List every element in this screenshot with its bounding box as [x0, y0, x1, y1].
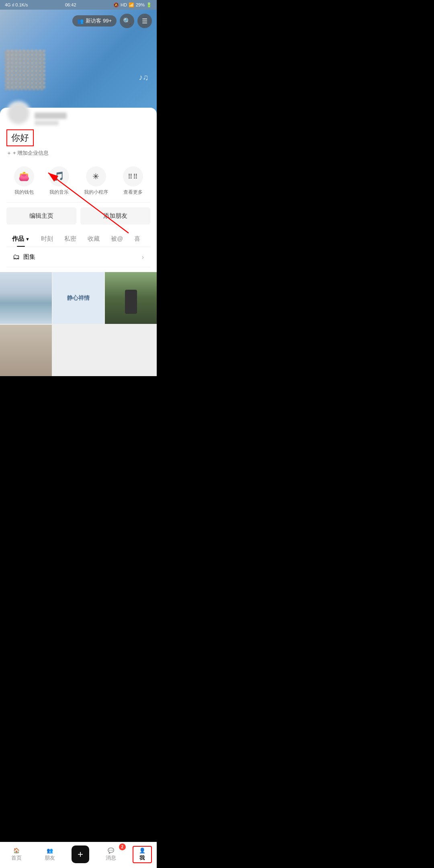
tab-favorites-label: 收藏	[88, 235, 100, 243]
profile-avatar-small	[6, 101, 31, 125]
tab-mentioned[interactable]: 被@	[105, 231, 129, 247]
menu-button[interactable]: ☰	[137, 14, 152, 28]
tab-liked-label: 喜	[134, 235, 140, 243]
battery-icon: 🔋	[146, 2, 152, 8]
status-bar: 4G ıl 0.1K/s 06:42 🔕 HD 📶 29% 🔋	[0, 0, 157, 10]
grid-text-content: 静心祥情	[67, 293, 90, 302]
add-icon: ＋	[6, 149, 12, 157]
add-company-link[interactable]: ＋ + 增加企业信息	[6, 149, 150, 157]
more-label: 查看更多	[123, 189, 143, 196]
tab-favorites[interactable]: 收藏	[82, 231, 105, 247]
menu-icon: ☰	[142, 17, 147, 25]
content-tabs: 作品 ▼ 时刻 私密 收藏 被@ 喜	[6, 231, 150, 247]
grid-item-3[interactable]	[105, 272, 157, 324]
tab-moments[interactable]: 时刻	[35, 231, 59, 247]
album-arrow-icon: ›	[142, 254, 144, 261]
album-icon: 🗂	[13, 253, 20, 261]
grid-item-2[interactable]: 静心祥情	[53, 272, 104, 324]
more-icon-circle: ⠿⠿	[123, 166, 143, 186]
search-button[interactable]: 🔍	[120, 14, 134, 28]
hd-indicator: HD	[121, 2, 127, 7]
music-label: 我的音乐	[49, 189, 69, 196]
greeting-box: 你好	[6, 129, 34, 146]
greeting-text: 你好	[11, 133, 29, 143]
visitor-icon: 👥	[77, 18, 84, 24]
wifi-icon: 📶	[129, 2, 134, 8]
search-icon: 🔍	[123, 17, 131, 25]
avatar-section	[5, 50, 45, 90]
profile-section: 你好 ＋ + 增加企业信息 👛 我的钱包 🎵 我的音乐	[0, 108, 157, 272]
visitor-label: 新访客 99+	[86, 17, 112, 25]
profile-id-blurred	[35, 121, 59, 125]
time-display: 06:42	[65, 2, 76, 7]
grid-item-4[interactable]	[0, 325, 52, 377]
network-indicator: 4G ıl	[5, 2, 14, 7]
battery-level: 29%	[136, 2, 145, 7]
tab-mentioned-label: 被@	[111, 235, 123, 243]
more-icon-item[interactable]: ⠿⠿ 查看更多	[123, 166, 143, 196]
tab-works-dropdown-icon: ▼	[25, 237, 30, 242]
album-row[interactable]: 🗂 图集 ›	[6, 247, 150, 267]
tab-private-label: 私密	[64, 235, 76, 243]
add-company-label: + 增加企业信息	[13, 149, 49, 157]
quick-icons-row: 👛 我的钱包 🎵 我的音乐 ✳ 我的小程序 ⠿⠿ 查看更多	[6, 163, 150, 203]
action-buttons-row: 编辑主页 添加朋友	[6, 207, 150, 225]
miniapp-label: 我的小程序	[84, 189, 108, 196]
tab-private[interactable]: 私密	[59, 231, 82, 247]
wallet-icon-circle: 👛	[14, 166, 34, 186]
wallet-icon-item[interactable]: 👛 我的钱包	[14, 166, 34, 196]
miniapp-icon-circle: ✳	[86, 166, 106, 186]
visitor-badge[interactable]: 👥 新访客 99+	[72, 15, 117, 27]
music-icon-circle: 🎵	[49, 166, 69, 186]
status-right: 🔕 HD 📶 29% 🔋	[113, 2, 152, 8]
edit-homepage-button[interactable]: 编辑主页	[6, 207, 76, 225]
avatar-pixelated	[5, 50, 45, 90]
content-image-grid: 静心祥情	[0, 272, 157, 376]
profile-blurred-top	[6, 113, 150, 125]
more-icon: ⠿⠿	[128, 173, 138, 180]
cover-top-bar: 👥 新访客 99+ 🔍 ☰	[0, 10, 157, 32]
miniapp-icon-item[interactable]: ✳ 我的小程序	[84, 166, 108, 196]
music-icon-item[interactable]: 🎵 我的音乐	[49, 166, 69, 196]
profile-name-blurred	[35, 113, 67, 119]
music-indicator-icon: ♪♫	[139, 73, 149, 82]
tab-works-label: 作品	[12, 235, 24, 243]
status-left: 4G ıl 0.1K/s	[5, 2, 28, 7]
miniapp-icon: ✳	[92, 172, 99, 181]
music-icon: 🎵	[53, 171, 64, 182]
speed-indicator: 0.1K/s	[15, 2, 28, 7]
wallet-icon: 👛	[18, 171, 29, 182]
add-friend-button[interactable]: 添加朋友	[80, 207, 150, 225]
tab-liked[interactable]: 喜	[129, 231, 146, 247]
alarm-icon: 🔕	[113, 2, 119, 8]
grid-item-1[interactable]	[0, 272, 52, 324]
tab-works[interactable]: 作品 ▼	[6, 231, 35, 247]
tab-moments-label: 时刻	[41, 235, 53, 243]
album-label: 图集	[23, 253, 142, 261]
wallet-label: 我的钱包	[14, 189, 34, 196]
cover-area: 👥 新访客 99+ 🔍 ☰ ♪♫	[0, 10, 157, 114]
